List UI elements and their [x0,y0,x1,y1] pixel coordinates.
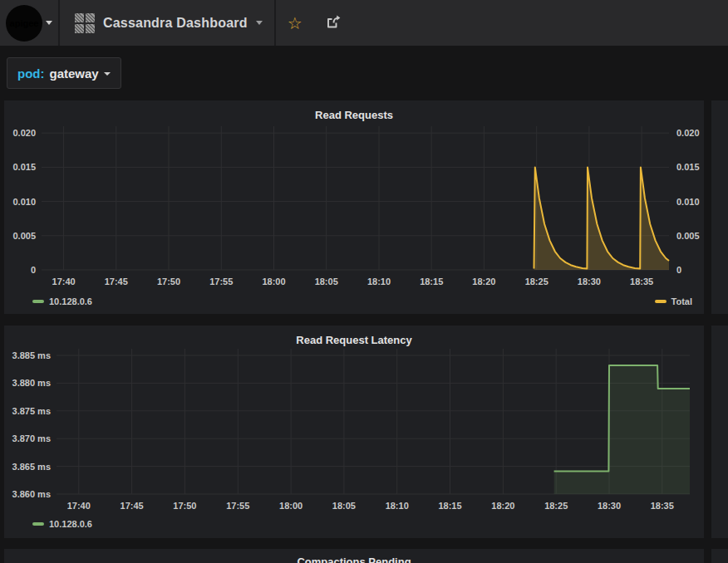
pod-variable-label: pod: [17,66,44,81]
chevron-down-icon [256,21,263,25]
share-icon [326,15,342,32]
svg-text:0: 0 [676,265,681,275]
svg-text:3.880 ms: 3.880 ms [12,378,51,388]
svg-text:17:55: 17:55 [209,277,233,286]
legend-item[interactable]: 10.128.0.6 [32,519,92,529]
svg-text:18:10: 18:10 [367,277,391,286]
svg-text:18:00: 18:00 [262,277,285,286]
svg-text:18:25: 18:25 [525,277,548,286]
panel-title[interactable]: Read Request Latency [4,326,704,346]
read-requests-chart[interactable]: 17:4017:4517:5017:5518:0018:0518:1018:15… [4,100,704,314]
apigee-logo-text-orange: api [10,18,23,28]
dashboard-grid-icon [75,13,95,33]
svg-text:18:30: 18:30 [598,501,621,511]
svg-text:3.870 ms: 3.870 ms [12,433,51,443]
svg-text:0.010: 0.010 [676,197,700,207]
svg-text:0.020: 0.020 [676,128,700,138]
svg-text:18:05: 18:05 [315,277,338,286]
svg-text:0.015: 0.015 [12,162,36,172]
chevron-down-icon [104,72,111,76]
svg-text:18:05: 18:05 [332,501,356,511]
panel-compactions-pending: Compactions Pending [4,549,704,563]
legend-item[interactable]: 10.128.0.6 [32,296,92,306]
svg-text:0.020: 0.020 [12,128,36,138]
svg-text:17:40: 17:40 [67,501,91,511]
pod-variable-dropdown[interactable]: pod: gateway [7,57,121,89]
svg-text:17:55: 17:55 [226,501,249,511]
pod-variable-value: gateway [49,66,98,81]
star-icon: ☆ [288,15,303,32]
panel-title[interactable]: Read Requests [4,100,704,121]
svg-text:0: 0 [31,265,36,275]
grafana-dashboard-screen: apigee Cassandra Dashboard ☆ [0,0,728,563]
svg-text:18:30: 18:30 [578,277,601,286]
svg-text:18:35: 18:35 [651,501,674,511]
svg-text:17:45: 17:45 [121,501,144,511]
dashboard-title: Cassandra Dashboard [103,16,248,31]
svg-text:0.005: 0.005 [676,231,700,241]
legend-label: 10.128.0.6 [49,519,92,529]
legend-label: Total [671,296,692,306]
svg-text:0.015: 0.015 [676,162,700,172]
adjacent-panel-edge [711,100,728,314]
svg-text:18:35: 18:35 [630,277,653,286]
apigee-logo-text-gray: gee [22,18,38,28]
navbar: apigee Cassandra Dashboard ☆ [0,0,728,46]
svg-text:17:45: 17:45 [105,277,128,286]
svg-text:17:40: 17:40 [52,277,76,286]
svg-text:18:15: 18:15 [420,277,443,286]
svg-text:18:25: 18:25 [544,501,568,511]
svg-text:18:00: 18:00 [279,501,303,511]
panel-read-request-latency: Read Request Latency 17:4017:4517:5017:5… [4,326,704,538]
panel-read-requests: Read Requests 17:4017:4517:5017:5518:001… [4,100,704,314]
panel-title[interactable]: Compactions Pending [4,549,704,563]
svg-text:0.010: 0.010 [12,197,36,207]
svg-text:3.865 ms: 3.865 ms [12,462,51,472]
read-request-latency-chart[interactable]: 17:4017:4517:5017:5518:0018:0518:1018:15… [4,326,704,538]
svg-text:18:10: 18:10 [386,501,409,511]
svg-text:17:50: 17:50 [173,501,196,511]
svg-text:18:15: 18:15 [438,501,461,511]
favorite-star-button[interactable]: ☆ [276,0,314,46]
share-dashboard-button[interactable] [314,0,353,46]
svg-text:3.885 ms: 3.885 ms [12,350,51,360]
chevron-down-icon [46,21,52,25]
svg-text:18:20: 18:20 [491,501,514,511]
submenu-controls: pod: gateway [0,46,728,97]
apigee-logo[interactable]: apigee [6,5,42,42]
legend-label: 10.128.0.6 [49,296,92,306]
svg-text:18:20: 18:20 [472,277,495,286]
svg-text:0.005: 0.005 [12,231,36,241]
svg-text:3.875 ms: 3.875 ms [12,406,51,416]
svg-text:17:50: 17:50 [157,277,180,286]
dashboard-picker[interactable]: Cassandra Dashboard [60,0,274,46]
adjacent-panel-edge [711,326,728,538]
adjacent-panel-edge [711,549,728,563]
legend-item[interactable]: Total [655,296,692,306]
org-menu[interactable]: apigee [0,0,58,46]
svg-text:3.860 ms: 3.860 ms [12,489,51,499]
